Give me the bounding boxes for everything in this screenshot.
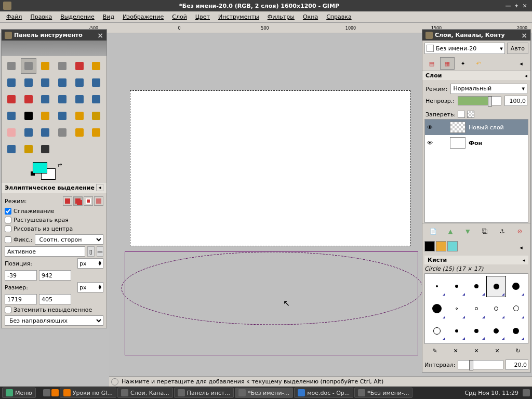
brush-cell[interactable] [486, 276, 506, 297]
brush-new-button[interactable]: ✕ [450, 345, 461, 356]
size-w-input[interactable] [5, 294, 37, 304]
visibility-icon[interactable]: 👁 [427, 140, 434, 147]
maximize-button[interactable]: ✦ [512, 3, 521, 9]
menu-select[interactable]: Выделение [56, 12, 99, 21]
auto-button[interactable]: Авто [507, 43, 528, 54]
active-input[interactable] [5, 246, 85, 257]
menu-filters[interactable]: Фильтры [263, 12, 299, 21]
menu-help[interactable]: Справка [322, 12, 355, 21]
tray-icon[interactable] [523, 389, 530, 396]
firefox-icon[interactable] [51, 389, 59, 396]
menu-edit[interactable]: Правка [26, 12, 56, 21]
panel-close-icon[interactable]: × [97, 31, 103, 39]
toolbox-title[interactable]: Панель инструменто × [2, 30, 107, 41]
new-layer-button[interactable]: 📄 [428, 225, 439, 237]
tool-text[interactable] [21, 108, 36, 124]
tool-foreground-select[interactable] [4, 75, 19, 90]
raise-layer-button[interactable]: ▲ [445, 225, 456, 237]
duplicate-layer-button[interactable]: ⿻ [480, 225, 491, 237]
opacity-value[interactable] [504, 96, 527, 106]
brush-cell[interactable] [467, 276, 486, 297]
brush-duplicate-button[interactable]: ✕ [491, 345, 503, 356]
brush-x-button[interactable]: ✕ [471, 345, 482, 356]
brush-edit-button[interactable]: ✎ [429, 345, 441, 356]
task-item[interactable]: Панель инст... [174, 388, 234, 398]
task-item[interactable]: Слои, Кана... [117, 388, 173, 398]
tool-scissors[interactable] [88, 58, 104, 74]
swap-colors-icon[interactable]: ⇄ [58, 162, 62, 168]
interval-value[interactable] [506, 360, 528, 370]
brush-menu-icon[interactable]: ◂ [514, 241, 528, 254]
brush-cell[interactable] [486, 297, 506, 321]
tool-measure[interactable] [72, 75, 87, 90]
image-canvas[interactable] [130, 90, 410, 246]
menu-color[interactable]: Цвет [191, 12, 214, 21]
menu-file[interactable]: Файл [2, 12, 26, 21]
tool-zoom[interactable] [55, 75, 70, 90]
layer-item[interactable]: 👁Новый слой [425, 119, 528, 135]
ellipse-selection-bbox[interactable] [125, 251, 418, 355]
options-menu-icon[interactable]: ◂ [96, 184, 103, 191]
dock-close-icon[interactable]: × [521, 31, 527, 39]
tab-layers[interactable]: ▤ [424, 57, 439, 70]
tool-crop[interactable] [21, 91, 36, 107]
tool-options-title[interactable]: Эллиптическое выделение ◂ [2, 182, 107, 193]
brush-cell[interactable] [506, 320, 526, 341]
brush-cell[interactable] [447, 276, 467, 297]
tool-scale[interactable] [55, 91, 70, 107]
size-unit[interactable]: px▲▼ [77, 282, 103, 292]
interval-slider[interactable] [458, 360, 503, 369]
tool-perspective[interactable] [88, 91, 104, 107]
tool-ink[interactable] [37, 125, 53, 140]
mode-subtract[interactable] [84, 196, 93, 206]
tool-pencil[interactable] [72, 108, 87, 124]
tool-ellipse-select[interactable] [21, 58, 36, 74]
tool-flip[interactable] [4, 108, 19, 124]
tool-smudge[interactable] [37, 141, 53, 157]
antialias-checkbox[interactable]: Сглаживание [5, 208, 103, 215]
brush-swatch-cyan[interactable] [447, 241, 458, 251]
brush-swatch-orange[interactable] [436, 241, 446, 251]
visibility-icon[interactable]: 👁 [427, 124, 434, 131]
desktop-icon[interactable] [43, 389, 50, 396]
guides-combo[interactable]: Без направляющих [5, 315, 103, 326]
tool-color-picker[interactable] [37, 75, 53, 90]
image-selector[interactable]: Без имени-20▾ [424, 43, 505, 54]
brushes-options-icon[interactable]: ◂ [523, 257, 525, 263]
layer-item[interactable]: 👁Фон [425, 135, 528, 151]
tool-fuzzy-select[interactable] [55, 58, 70, 74]
tool-by-color-select[interactable] [72, 58, 87, 74]
mode-add[interactable] [73, 196, 83, 206]
highlight-checkbox[interactable]: Затемнить невыделенное [5, 307, 103, 313]
minimize-button[interactable]: — [504, 3, 512, 9]
tool-free-select[interactable] [37, 58, 53, 74]
tool-paths[interactable] [21, 75, 36, 90]
menu-image[interactable]: Изображение [118, 12, 168, 21]
brush-cell[interactable] [427, 320, 447, 341]
pos-y-input[interactable] [39, 270, 71, 281]
tool-move[interactable] [88, 75, 104, 90]
task-item[interactable]: Уроки по GI... [60, 388, 116, 398]
lower-layer-button[interactable]: ▼ [462, 225, 473, 237]
tab-paths[interactable]: ✦ [456, 57, 470, 70]
layers-dock-title[interactable]: Слои, Каналы, Конту × [422, 30, 530, 41]
tool-rect-select[interactable] [4, 58, 19, 74]
tool-bucket-fill[interactable] [37, 108, 53, 124]
size-h-input[interactable] [39, 294, 71, 304]
lock-alpha-icon[interactable] [467, 111, 474, 118]
portrait-icon[interactable]: ▯ [87, 246, 95, 257]
fg-color[interactable] [33, 162, 47, 174]
menu-tools[interactable]: Инструменты [214, 12, 263, 21]
brush-cell[interactable] [447, 320, 467, 341]
task-item[interactable]: *Без имени-... [354, 388, 413, 398]
brush-cell[interactable] [467, 297, 486, 321]
task-item[interactable]: мoe.doc - Op... [294, 388, 353, 398]
brush-cell[interactable] [427, 276, 447, 297]
brush-cell[interactable] [447, 297, 467, 321]
anchor-layer-button[interactable]: ⚓ [497, 225, 508, 237]
pos-unit[interactable]: px▲▼ [77, 258, 103, 269]
task-item[interactable]: *Без имени-... [235, 388, 293, 398]
tab-undo[interactable]: ↶ [471, 57, 486, 70]
fixed-combo[interactable]: Соотн. сторон [35, 234, 103, 245]
tool-shear[interactable] [72, 91, 87, 107]
